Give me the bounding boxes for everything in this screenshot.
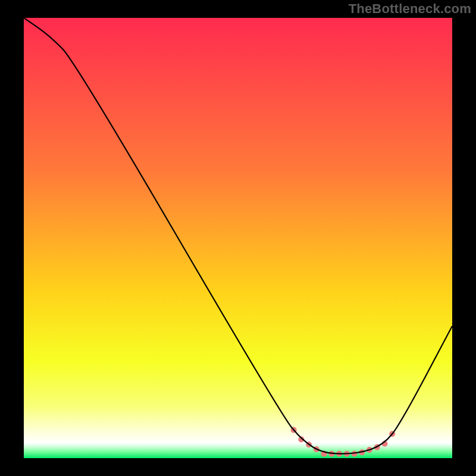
watermark-text: TheBottleneck.com: [349, 1, 471, 17]
chart-plot-area: [24, 18, 452, 458]
chart-frame: { "watermark": "TheBottleneck.com", "cha…: [0, 0, 476, 476]
bottleneck-chart: [24, 18, 452, 458]
